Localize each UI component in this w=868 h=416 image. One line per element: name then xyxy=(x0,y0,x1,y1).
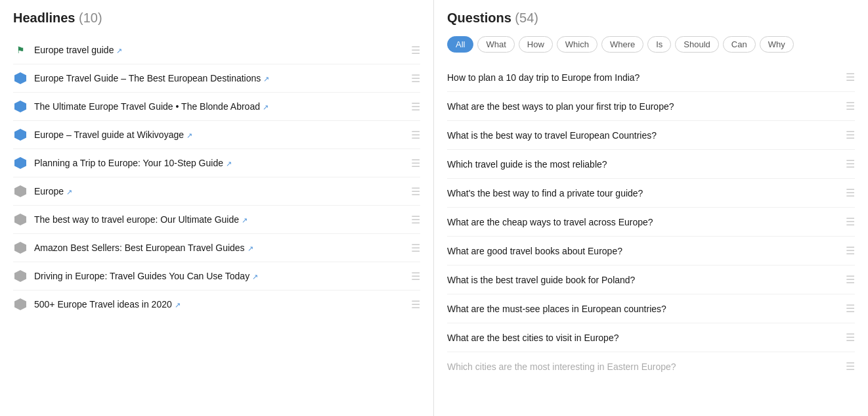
menu-lines-icon[interactable]: ☰ xyxy=(846,331,855,344)
headlines-title: Headlines (10) xyxy=(13,11,420,26)
tab-should[interactable]: Should xyxy=(675,36,718,53)
blue-shield-icon xyxy=(13,71,28,85)
headline-item[interactable]: Europe Travel Guide – The Best European … xyxy=(13,64,420,93)
blue-shield-icon xyxy=(13,156,28,170)
question-item[interactable]: What are the must-see places in European… xyxy=(447,294,855,323)
tab-all[interactable]: All xyxy=(447,36,473,53)
external-link-icon: ↗ xyxy=(242,216,248,224)
headline-item[interactable]: ⚑ Europe travel guide↗ ☰ xyxy=(13,36,420,64)
question-text: What are good travel books about Europe? xyxy=(447,246,622,256)
question-item[interactable]: What's the best way to find a private to… xyxy=(447,179,855,208)
question-item[interactable]: Which cities are the most interesting in… xyxy=(447,352,855,381)
question-item[interactable]: What are the cheap ways to travel across… xyxy=(447,208,855,237)
menu-lines-icon[interactable]: ☰ xyxy=(846,216,855,228)
question-item[interactable]: What are the best ways to plan your firs… xyxy=(447,92,855,121)
gray-shield-icon xyxy=(13,241,28,255)
headline-text: 500+ Europe Travel ideas in 2020↗ xyxy=(34,299,181,310)
question-item[interactable]: How to plan a 10 day trip to Europe from… xyxy=(447,63,855,92)
headline-left: Amazon Best Sellers: Best European Trave… xyxy=(13,241,411,255)
menu-lines-icon[interactable]: ☰ xyxy=(846,360,855,373)
question-text: What is the best travel guide book for P… xyxy=(447,275,635,285)
questions-list: How to plan a 10 day trip to Europe from… xyxy=(447,63,855,381)
headline-item[interactable]: Amazon Best Sellers: Best European Trave… xyxy=(13,234,420,262)
blue-shield-icon xyxy=(13,127,28,142)
question-text: What are the best ways to plan your firs… xyxy=(447,101,674,112)
question-text: What are the best cities to visit in Eur… xyxy=(447,333,618,343)
menu-lines-icon[interactable]: ☰ xyxy=(846,302,855,315)
headline-left: Europe – Travel guide at Wikivoyage↗ xyxy=(13,127,411,142)
question-text: What is the best way to travel European … xyxy=(447,130,657,141)
headline-text: Amazon Best Sellers: Best European Trave… xyxy=(34,243,253,253)
headline-text: The best way to travel europe: Our Ultim… xyxy=(34,214,248,225)
tab-why[interactable]: Why xyxy=(760,36,794,53)
menu-lines-icon[interactable]: ☰ xyxy=(411,214,420,226)
external-link-icon: ↗ xyxy=(263,75,269,83)
headline-text: Planning a Trip to Europe: Your 10-Step … xyxy=(34,158,232,168)
external-link-icon: ↗ xyxy=(186,131,192,139)
questions-label: Questions xyxy=(447,11,511,25)
headlines-panel: Headlines (10) ⚑ Europe travel guide↗ ☰ … xyxy=(0,0,434,416)
headline-text: Europe↗ xyxy=(34,186,72,196)
question-item[interactable]: What are the best cities to visit in Eur… xyxy=(447,323,855,352)
menu-lines-icon[interactable]: ☰ xyxy=(846,244,855,257)
menu-lines-icon[interactable]: ☰ xyxy=(411,101,420,113)
question-text: Which travel guide is the most reliable? xyxy=(447,159,607,170)
question-item[interactable]: What are good travel books about Europe?… xyxy=(447,237,855,266)
menu-lines-icon[interactable]: ☰ xyxy=(846,273,855,286)
menu-lines-icon[interactable]: ☰ xyxy=(411,44,420,57)
tab-where[interactable]: Where xyxy=(601,36,643,53)
external-link-icon: ↗ xyxy=(226,160,232,168)
headline-left: The best way to travel europe: Our Ultim… xyxy=(13,212,411,227)
menu-lines-icon[interactable]: ☰ xyxy=(411,270,420,283)
menu-lines-icon[interactable]: ☰ xyxy=(411,242,420,254)
question-item[interactable]: What is the best way to travel European … xyxy=(447,121,855,150)
headline-item[interactable]: Europe – Travel guide at Wikivoyage↗ ☰ xyxy=(13,121,420,149)
menu-lines-icon[interactable]: ☰ xyxy=(846,158,855,170)
question-item[interactable]: What is the best travel guide book for P… xyxy=(447,266,855,294)
question-text: How to plan a 10 day trip to Europe from… xyxy=(447,72,640,83)
headline-item[interactable]: The Ultimate Europe Travel Guide • The B… xyxy=(13,93,420,121)
headline-left: Europe Travel Guide – The Best European … xyxy=(13,71,411,85)
tab-is[interactable]: Is xyxy=(647,36,671,53)
tab-how[interactable]: How xyxy=(519,36,553,53)
tab-what[interactable]: What xyxy=(477,36,514,53)
headline-item[interactable]: Driving in Europe: Travel Guides You Can… xyxy=(13,262,420,290)
gray-shield-icon xyxy=(13,212,28,227)
headline-item[interactable]: 500+ Europe Travel ideas in 2020↗ ☰ xyxy=(13,290,420,318)
menu-lines-icon[interactable]: ☰ xyxy=(411,129,420,141)
external-link-icon: ↗ xyxy=(175,301,181,309)
question-text: What are the must-see places in European… xyxy=(447,304,666,314)
gray-shield-icon xyxy=(13,184,28,198)
tab-which[interactable]: Which xyxy=(557,36,597,53)
headline-left: 500+ Europe Travel ideas in 2020↗ xyxy=(13,297,411,312)
gray-shield-icon xyxy=(13,297,28,312)
headline-left: Europe↗ xyxy=(13,184,411,198)
menu-lines-icon[interactable]: ☰ xyxy=(846,71,855,83)
menu-lines-icon[interactable]: ☰ xyxy=(846,187,855,199)
headlines-count: (10) xyxy=(79,11,102,25)
question-text: What's the best way to find a private to… xyxy=(447,188,643,198)
headline-left: Planning a Trip to Europe: Your 10-Step … xyxy=(13,156,411,170)
headline-item[interactable]: Europe↗ ☰ xyxy=(13,177,420,206)
question-item[interactable]: Which travel guide is the most reliable?… xyxy=(447,150,855,179)
external-link-icon: ↗ xyxy=(66,188,72,196)
menu-lines-icon[interactable]: ☰ xyxy=(846,129,855,141)
headline-item[interactable]: Planning a Trip to Europe: Your 10-Step … xyxy=(13,149,420,177)
headline-text: Europe Travel Guide – The Best European … xyxy=(34,73,269,83)
menu-lines-icon[interactable]: ☰ xyxy=(411,298,420,311)
tab-can[interactable]: Can xyxy=(723,36,756,53)
question-text: What are the cheap ways to travel across… xyxy=(447,217,653,227)
menu-lines-icon[interactable]: ☰ xyxy=(846,100,855,112)
menu-lines-icon[interactable]: ☰ xyxy=(411,185,420,198)
gray-shield-icon xyxy=(13,269,28,283)
menu-lines-icon[interactable]: ☰ xyxy=(411,157,420,170)
headline-text: Europe travel guide↗ xyxy=(34,45,122,55)
headlines-list: ⚑ Europe travel guide↗ ☰ Europe Travel G… xyxy=(13,36,420,318)
headline-text: Europe – Travel guide at Wikivoyage↗ xyxy=(34,129,192,140)
headline-item[interactable]: The best way to travel europe: Our Ultim… xyxy=(13,206,420,234)
filter-tabs: AllWhatHowWhichWhereIsShouldCanWhy xyxy=(447,36,855,53)
headline-left: The Ultimate Europe Travel Guide • The B… xyxy=(13,99,411,114)
menu-lines-icon[interactable]: ☰ xyxy=(411,72,420,85)
questions-title: Questions (54) xyxy=(447,11,855,26)
questions-panel: Questions (54) AllWhatHowWhichWhereIsSho… xyxy=(434,0,868,416)
